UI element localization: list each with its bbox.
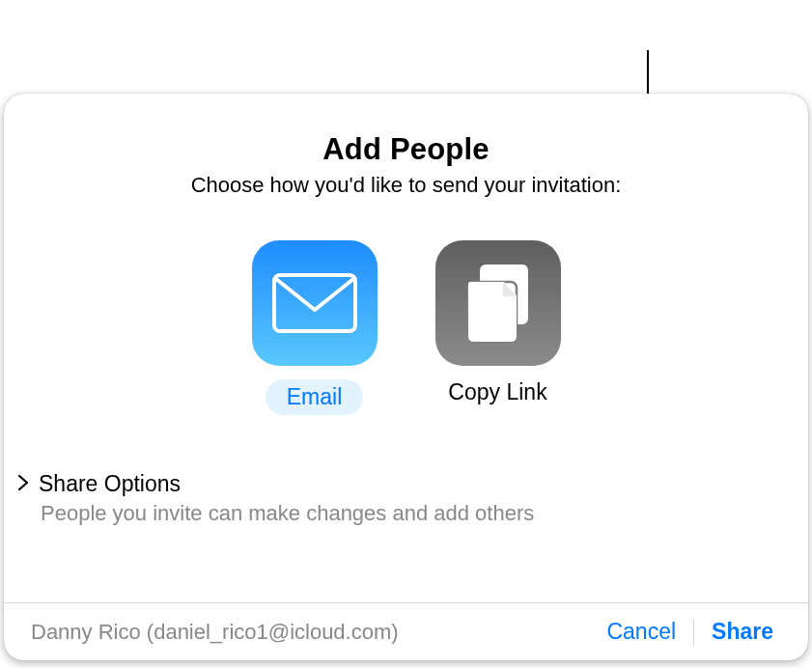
dialog-header: Add People Choose how you'd like to send…: [4, 94, 808, 198]
chevron-right-icon: [14, 473, 33, 495]
email-option-label: Email: [266, 379, 364, 415]
invitation-options-row: Email Copy Link: [4, 240, 808, 415]
cancel-button[interactable]: Cancel: [589, 613, 693, 652]
share-options-description: People you invite can make changes and a…: [41, 501, 808, 526]
email-option[interactable]: Email: [252, 240, 378, 415]
dialog-subtitle: Choose how you'd like to send your invit…: [4, 173, 808, 198]
email-app-icon: [252, 240, 378, 366]
dialog-footer: Danny Rico (daniel_rico1@icloud.com) Can…: [4, 602, 808, 660]
share-button[interactable]: Share: [694, 613, 791, 652]
copy-link-option[interactable]: Copy Link: [435, 240, 561, 415]
copy-link-app-icon: [435, 240, 561, 366]
share-options-toggle[interactable]: Share Options: [14, 471, 808, 497]
dialog-title: Add People: [4, 132, 808, 167]
footer-user-label: Danny Rico (daniel_rico1@icloud.com): [31, 620, 399, 645]
envelope-icon: [272, 273, 357, 333]
share-options-section: Share Options People you invite can make…: [4, 471, 808, 526]
copy-documents-icon: [461, 261, 536, 346]
share-options-title: Share Options: [39, 471, 181, 497]
svg-rect-0: [274, 275, 355, 331]
add-people-dialog: Add People Choose how you'd like to send…: [4, 94, 808, 660]
copy-link-option-label: Copy Link: [448, 379, 546, 405]
